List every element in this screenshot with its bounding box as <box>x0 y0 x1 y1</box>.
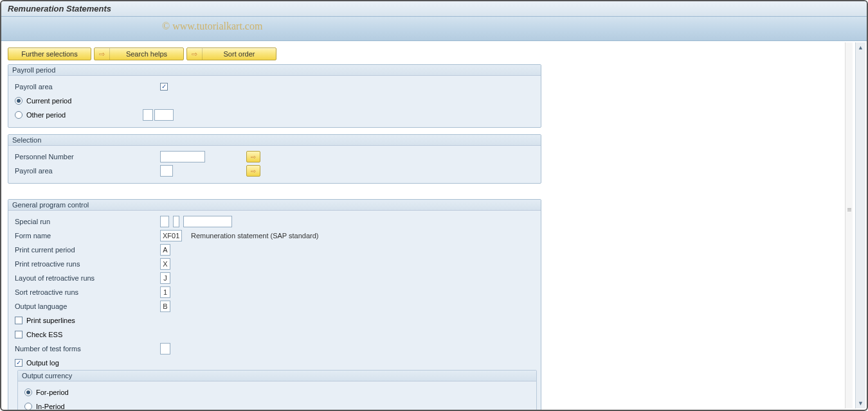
app-toolbar: © www.tutorialkart.com <box>1 17 867 41</box>
payroll-area-checkbox[interactable] <box>160 83 168 91</box>
current-period-radio[interactable]: Current period <box>15 97 71 105</box>
payroll-area-label: Payroll area <box>15 83 156 91</box>
search-helps-button[interactable]: ⇨ Search helps <box>94 48 184 60</box>
payroll-area-range-button[interactable]: ⇨ <box>246 165 260 177</box>
arrow-right-icon: ⇨ <box>251 153 256 161</box>
form-name-input[interactable] <box>160 230 182 241</box>
check-ess-checkbox[interactable]: Check ESS <box>15 331 62 338</box>
arrow-right-icon: ⇨ <box>187 48 203 60</box>
special-run-label: Special run <box>15 218 156 225</box>
personnel-number-input[interactable] <box>160 151 205 162</box>
further-selections-label: Further selections <box>21 50 77 58</box>
group-selection: Selection Personnel Number ⇨ Payroll are… <box>8 134 541 184</box>
output-language-input[interactable] <box>160 301 170 312</box>
layout-retroactive-input[interactable] <box>160 272 170 284</box>
sort-retroactive-input[interactable] <box>160 286 170 298</box>
vertical-scrollbar-inner[interactable] <box>845 42 853 408</box>
group-output-currency: Output currency For-period In-Period <box>17 370 537 410</box>
other-period-input-2[interactable] <box>154 109 174 121</box>
vertical-scrollbar-outer[interactable]: ▲ ▼ <box>855 42 865 408</box>
group-header-general: General program control <box>8 200 541 211</box>
group-header-payroll-period: Payroll period <box>8 65 541 76</box>
page-title: Remuneration Statements <box>8 4 111 13</box>
group-payroll-period: Payroll period Payroll area Current peri… <box>8 64 541 128</box>
scroll-grip-icon <box>846 197 852 222</box>
sort-order-label: Sort order <box>203 50 276 58</box>
form-name-label: Form name <box>15 232 156 240</box>
special-run-input-1[interactable] <box>160 216 169 227</box>
personnel-number-label: Personnel Number <box>15 153 156 161</box>
arrow-right-icon: ⇨ <box>95 48 110 60</box>
group-general-program-control: General program control Special run Form… <box>8 199 541 410</box>
group-header-selection: Selection <box>8 135 541 146</box>
sort-retroactive-label: Sort retroactive runs <box>15 288 156 296</box>
payroll-area-sel-label: Payroll area <box>15 167 156 175</box>
output-log-label: Output log <box>26 359 59 367</box>
output-log-checkbox[interactable]: Output log <box>15 359 59 367</box>
title-bar: Remuneration Statements <box>1 1 867 17</box>
for-period-radio[interactable]: For-period <box>24 389 69 396</box>
output-language-label: Output language <box>15 302 156 310</box>
scroll-up-icon[interactable]: ▲ <box>856 42 865 53</box>
personnel-number-range-button[interactable]: ⇨ <box>246 151 260 162</box>
print-current-period-label: Print current period <box>15 246 156 254</box>
print-retroactive-label: Print retroactive runs <box>15 260 156 268</box>
in-period-radio[interactable]: In-Period <box>24 403 65 410</box>
payroll-area-sel-input[interactable] <box>160 165 173 177</box>
group-header-output-currency: Output currency <box>18 371 536 381</box>
print-superlines-checkbox[interactable]: Print superlines <box>15 317 75 324</box>
number-test-forms-label: Number of test forms <box>15 345 156 353</box>
in-period-label: In-Period <box>36 403 65 410</box>
print-retroactive-input[interactable] <box>160 258 170 270</box>
for-period-label: For-period <box>36 389 69 396</box>
other-period-label: Other period <box>26 111 66 119</box>
sort-order-button[interactable]: ⇨ Sort order <box>186 48 276 60</box>
arrow-right-icon: ⇨ <box>251 168 256 175</box>
print-current-period-input[interactable] <box>160 244 170 256</box>
selection-buttons-row: Further selections ⇨ Search helps ⇨ Sort… <box>8 48 860 60</box>
layout-retroactive-label: Layout of retroactive runs <box>15 274 156 282</box>
print-superlines-label: Print superlines <box>26 317 75 324</box>
scroll-down-icon[interactable]: ▼ <box>856 398 865 408</box>
further-selections-button[interactable]: Further selections <box>8 48 91 60</box>
current-period-label: Current period <box>26 97 71 105</box>
number-test-forms-input[interactable] <box>160 343 170 354</box>
other-period-input-1[interactable] <box>143 109 153 121</box>
other-period-radio[interactable]: Other period <box>15 111 66 119</box>
special-run-input-2[interactable] <box>173 216 179 227</box>
form-name-description: Remuneration statement (SAP standard) <box>191 232 319 240</box>
content-area: Further selections ⇨ Search helps ⇨ Sort… <box>1 41 867 410</box>
watermark-text: © www.tutorialkart.com <box>162 21 262 32</box>
special-run-input-3[interactable] <box>183 216 232 227</box>
search-helps-label: Search helps <box>110 50 183 58</box>
check-ess-label: Check ESS <box>26 331 62 338</box>
